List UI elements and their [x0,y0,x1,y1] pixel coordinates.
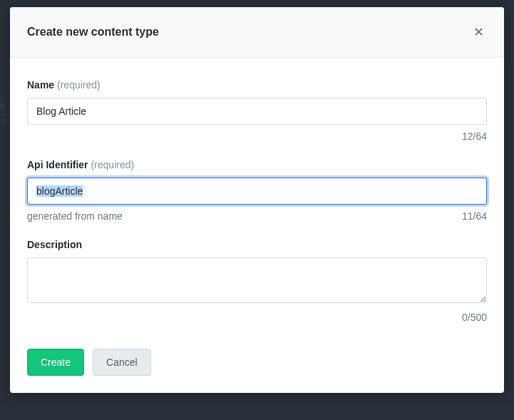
backdrop-line-1: fi [0,100,5,114]
modal-body: Name (required) 12/64 Api Identifier (re… [10,58,504,393]
name-required-text: (required) [57,79,101,91]
api-identifier-label-text: Api Identifier [27,159,88,170]
api-identifier-counter: 11/64 [462,210,487,222]
name-input[interactable] [27,98,487,125]
description-textarea[interactable] [27,257,487,303]
close-icon: ✕ [473,25,484,39]
api-identifier-value: blogArticle [36,185,83,197]
api-identifier-required-text: (required) [91,159,134,170]
backdrop-line-2: x [0,114,5,128]
modal-footer: Create Cancel [27,340,487,376]
description-label: Description [27,239,487,250]
api-identifier-field-group: Api Identifier (required) blogArticle ge… [27,159,487,222]
backdrop-text: fi x [0,100,5,128]
api-identifier-helper-row: generated from name 11/64 [27,210,487,222]
create-content-type-modal: Create new content type ✕ Name (required… [10,7,504,393]
modal-header: Create new content type ✕ [10,7,504,58]
api-identifier-label: Api Identifier (required) [27,159,487,170]
cancel-button[interactable]: Cancel [93,349,151,376]
name-label: Name (required) [27,79,487,91]
api-identifier-helper-text: generated from name [27,210,123,222]
api-identifier-input[interactable]: blogArticle [27,178,487,205]
description-label-text: Description [27,239,82,250]
description-counter: 0/500 [462,312,487,323]
create-button[interactable]: Create [27,349,84,376]
close-button[interactable]: ✕ [471,23,487,41]
name-counter: 12/64 [462,130,487,142]
description-field-group: Description 0/500 [27,239,487,323]
modal-title: Create new content type [27,26,159,39]
name-field-group: Name (required) 12/64 [27,79,487,142]
name-label-text: Name [27,79,54,91]
description-helper-row: 0/500 [27,312,487,323]
name-helper-row: 12/64 [27,130,487,142]
